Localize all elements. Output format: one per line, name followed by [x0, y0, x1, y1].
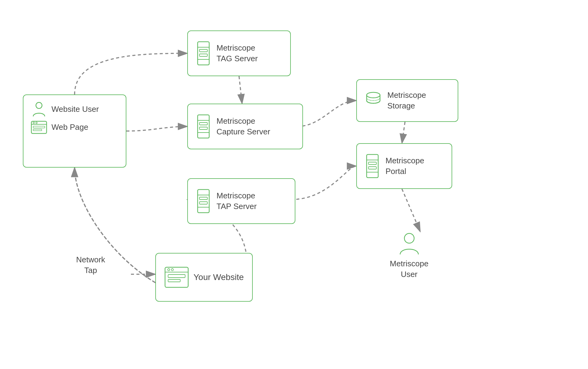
svg-rect-19 — [198, 190, 209, 213]
metriscope-user-label1: Metriscope — [390, 258, 428, 269]
tap-server-label1: Metriscope — [217, 190, 257, 201]
svg-rect-3 — [31, 121, 47, 133]
arrow-tap-to-portal — [291, 166, 356, 200]
svg-point-36 — [404, 233, 414, 243]
server-icon-portal — [364, 154, 381, 178]
svg-rect-31 — [367, 154, 378, 178]
webpage-icon — [31, 121, 47, 134]
svg-rect-7 — [33, 126, 45, 128]
svg-rect-8 — [33, 129, 42, 131]
svg-rect-13 — [199, 54, 207, 56]
person-icon — [31, 101, 47, 118]
svg-rect-35 — [368, 167, 376, 169]
svg-rect-22 — [199, 197, 207, 200]
svg-rect-34 — [368, 162, 376, 165]
svg-rect-9 — [198, 42, 209, 65]
website-user-node: Website User Web Page — [23, 94, 126, 168]
arrow-capture-to-storage — [297, 101, 356, 126]
svg-rect-23 — [199, 202, 207, 204]
svg-rect-17 — [199, 122, 207, 125]
svg-rect-28 — [168, 275, 185, 278]
diagram-container: Website User Web Page Metriscope — [0, 0, 588, 369]
website-user-label: Website User — [51, 104, 99, 115]
network-tap-label: Network Tap — [76, 254, 105, 276]
capture-server-label2: Capture Server — [217, 126, 270, 137]
server-icon-capture — [195, 114, 212, 139]
your-website-node: Your Website — [155, 253, 253, 302]
arrow-storage-to-portal — [402, 122, 405, 143]
metriscope-user-node: Metriscope User — [390, 232, 428, 280]
storage-icon — [364, 91, 382, 110]
tag-server-label2: TAG Server — [217, 53, 258, 64]
tag-server-node: Metriscope TAG Server — [187, 30, 291, 76]
svg-point-26 — [167, 269, 170, 271]
tap-server-label2: TAP Server — [217, 201, 257, 212]
storage-node: Metriscope Storage — [356, 79, 458, 122]
svg-rect-18 — [199, 127, 207, 130]
portal-label1: Metriscope — [386, 155, 424, 166]
your-website-label: Your Website — [194, 271, 244, 283]
svg-point-2 — [36, 102, 42, 108]
storage-label1: Metriscope — [387, 90, 426, 101]
metriscope-person-icon — [399, 232, 420, 256]
arrow-user-to-capture — [126, 126, 187, 131]
server-icon-tag — [195, 41, 212, 66]
portal-node: Metriscope Portal — [356, 143, 452, 189]
svg-rect-14 — [198, 115, 209, 138]
capture-server-node: Metriscope Capture Server — [187, 104, 303, 149]
arrow-tag-to-capture — [239, 76, 242, 104]
svg-point-5 — [33, 122, 35, 124]
arrow-user-to-tag — [75, 53, 187, 94]
svg-point-30 — [367, 92, 380, 98]
storage-label2: Storage — [387, 101, 426, 111]
svg-rect-29 — [168, 279, 180, 282]
web-page-label: Web Page — [51, 122, 88, 133]
tag-server-label1: Metriscope — [217, 43, 258, 53]
metriscope-user-label2: User — [390, 269, 428, 280]
tap-server-node: Metriscope TAP Server — [187, 178, 295, 224]
browser-icon-yourweb — [164, 267, 189, 288]
server-icon-tap — [195, 189, 212, 213]
arrow-portal-to-user — [402, 189, 420, 232]
svg-point-27 — [171, 269, 173, 271]
svg-point-6 — [36, 122, 37, 124]
svg-rect-12 — [199, 49, 207, 52]
capture-server-label1: Metriscope — [217, 116, 270, 126]
portal-label2: Portal — [386, 166, 424, 177]
